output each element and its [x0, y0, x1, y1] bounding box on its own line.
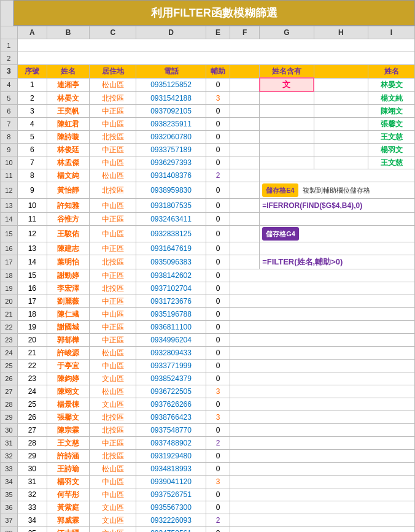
header-phone: 電話: [136, 65, 206, 79]
formula-badge-2: 儲存格G4: [262, 227, 299, 241]
table-row: 10 7 林孟傑 中山區 0936297393 0 王文慈: [1, 156, 415, 169]
table-row: 9 6 林俊廷 中正區 0933757189 0 楊羽文: [1, 143, 415, 156]
row-2: 2: [1, 52, 18, 65]
table-row: 33 30 王詩瑜 松山區 0934818993 0: [1, 462, 415, 475]
table-row: 32 29 許詩涵 北投區 0931929480 0: [1, 449, 415, 462]
table-row: 14 11 谷惟方 中正區 0932463411 0: [1, 212, 415, 225]
col-g-header: G: [260, 26, 314, 39]
table-row: 5 2 林晏文 北投區 0931542188 3 楊文純: [1, 91, 415, 104]
header-seq: 序號: [17, 65, 47, 79]
col-d-header: D: [136, 26, 206, 39]
col-h-header: H: [314, 26, 368, 39]
table-row: 36 33 黃紫庭 文山區 0935567300 0: [1, 501, 415, 514]
formula-2: =FILTER(姓名,輔助>0): [262, 257, 343, 266]
table-row: 16 13 陳建志 中正區 0931647619 0: [1, 242, 415, 255]
table-row: 37 34 郭威霖 文山區 0932226093 2: [1, 514, 415, 526]
header-name: 姓名: [47, 65, 90, 79]
table-row: 27 24 陳翊文 松山區 0936722505 3: [1, 385, 415, 398]
table-row: 26 23 陳鈞婷 文山區 0938524379 0: [1, 372, 415, 385]
row-num-header: [1, 26, 18, 39]
table-row: 38 35 江志驛 文山區 0934758561 0: [1, 526, 415, 532]
table-row: 21 18 陳仁彧 中山區 0935196788 0: [1, 307, 415, 320]
table-row: 12 9 黃怡靜 北投區 0938959830 0 儲存格E4 複製到輔助欄位儲…: [1, 182, 415, 198]
table-row: 13 10 許知雅 中山區 0931807535 0 =IFERROR(FIND…: [1, 198, 415, 212]
table-row: 4 1 連湘亭 松山區 0935125852 0 文 林晏文: [1, 78, 415, 91]
header-assist: 輔助: [206, 65, 230, 79]
table-row: 11 8 楊文純 松山區 0931408376 2: [1, 169, 415, 182]
col-i-header: I: [368, 26, 415, 39]
table-row: 35 32 何芊彤 中山區 0937526751 0: [1, 488, 415, 501]
table-row: 22 19 謝國城 中正區 0936811100 0: [1, 320, 415, 333]
filter-input[interactable]: 文: [260, 78, 314, 91]
header-result: 姓名: [368, 65, 415, 79]
title: 利用FILTER函數模糊篩選: [14, 0, 415, 26]
table-row: 25 22 于亭宜 中山區 0933771999 0: [1, 359, 415, 372]
formula-badge-1: 儲存格E4: [262, 183, 298, 197]
table-row: 15 12 王駿佑 中山區 0932838125 0 儲存格G4: [1, 225, 415, 242]
header-f3: [230, 65, 260, 79]
row-1: 1: [1, 39, 18, 52]
table-row: 7 4 陳虹君 中山區 0938235911 0 張馨文: [1, 117, 415, 130]
table-row: 31 28 王文慈 中正區 0937488902 2: [1, 436, 415, 449]
table-row: 18 15 謝勁婷 中正區 0938142602 0: [1, 269, 415, 282]
col-f-header: F: [230, 26, 260, 39]
header-contains: 姓名含有: [260, 65, 314, 79]
table-row: 30 27 陳宗霖 北投區 0937548770 0: [1, 423, 415, 436]
table-row: 23 20 郭郁樺 中正區 0934996204 0: [1, 333, 415, 346]
table-row: 34 31 楊羽文 中山區 0939041120 3: [1, 475, 415, 488]
table-row: 6 3 王奕帆 中正區 0937092105 0 陳翊文: [1, 104, 415, 117]
table-row: 20 17 劉麗薇 中正區 0931723676 0: [1, 295, 415, 307]
main-table: A B C D E F G H I 1 2 3 序號 姓名 居住地 電話 輔助: [0, 26, 415, 532]
formula-note-1: 複製到輔助欄位儲存格: [303, 187, 370, 194]
formula-1: =IFERROR(FIND($G$4,B4),0): [262, 201, 362, 210]
row-3: 3: [1, 65, 18, 79]
col-b-header: B: [47, 26, 90, 39]
col-a-header: A: [17, 26, 47, 39]
table-row: 8 5 陳詩璇 北投區 0932060780 0 王文慈: [1, 130, 415, 143]
table-row: 29 26 張馨文 北投區 0938766423 3: [1, 411, 415, 423]
table-row: 28 25 楊景棟 文山區 0937626266 0: [1, 398, 415, 411]
header-area: 居住地: [90, 65, 136, 79]
table-row: 24 21 許峻源 松山區 0932809433 0: [1, 346, 415, 359]
table-row: 17 14 葉明怡 北投區 0935096383 0 =FILTER(姓名,輔助…: [1, 255, 415, 269]
col-e-header: E: [206, 26, 230, 39]
table-row: 19 16 李宏澤 北投區 0937102704 0: [1, 282, 415, 295]
spreadsheet: 利用FILTER函數模糊篩選 A B C D E F G H I 1 2 3: [0, 0, 415, 532]
col-c-header: C: [90, 26, 136, 39]
